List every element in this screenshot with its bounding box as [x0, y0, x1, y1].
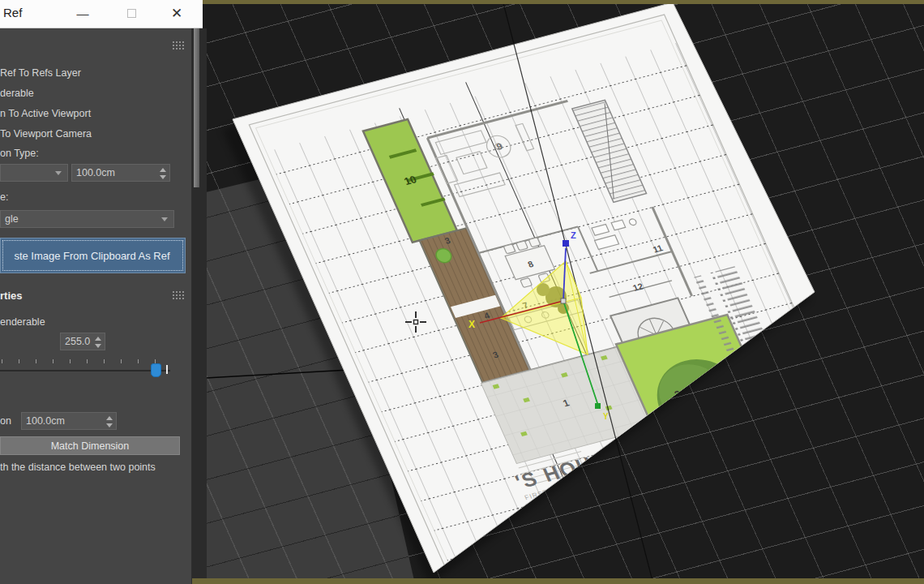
dialog-title: Ref — [3, 6, 22, 19]
viewport-active-border-top — [203, 0, 924, 4]
dimension-spinner[interactable]: 100.0cm — [21, 412, 117, 430]
gizmo-x-label: X — [468, 319, 475, 330]
shape-value: gle — [5, 213, 19, 225]
viewport-active-border-bottom — [162, 578, 924, 584]
shape-label: e: — [0, 191, 8, 203]
opacity-value: 255.0 — [65, 336, 90, 347]
shape-dropdown[interactable]: gle — [0, 210, 174, 228]
plan-garden-greens — [692, 485, 721, 503]
rollout-grip-icon[interactable] — [172, 41, 184, 51]
opacity-slider[interactable] — [0, 357, 173, 381]
dimension-label: on — [0, 415, 11, 427]
match-dimension-button[interactable]: Match Dimension — [0, 436, 180, 455]
spinner-arrows-icon[interactable] — [95, 336, 102, 349]
match-hint-text: th the distance between two points — [0, 462, 156, 473]
option-renderable[interactable]: derable — [0, 88, 34, 99]
slider-track[interactable] — [0, 370, 170, 371]
properties-header[interactable]: rties — [0, 290, 22, 302]
plan-garden-pad — [635, 442, 652, 455]
gizmo-center[interactable] — [561, 298, 566, 303]
grid-size-spinner[interactable]: 100.0cm — [71, 164, 170, 182]
gizmo-y-handle[interactable] — [595, 403, 601, 409]
rollout-grip-icon[interactable] — [172, 290, 184, 301]
chevron-down-icon — [55, 171, 62, 175]
option-align-to-viewport-camera[interactable]: To Viewport Camera — [0, 128, 92, 140]
north-arrow-circle — [698, 418, 755, 467]
paste-image-button[interactable]: ste Image From Clipboard As Ref — [0, 238, 186, 273]
dialog-titlebar[interactable]: Ref — ✕ — [0, 0, 203, 28]
minimize-button[interactable]: — — [66, 0, 99, 28]
spinner-arrows-icon[interactable] — [106, 415, 113, 428]
gizmo-z-handle[interactable] — [563, 240, 569, 247]
slider-ticks — [2, 359, 169, 363]
main-window-edge — [192, 28, 207, 584]
maximize-icon — [127, 9, 136, 18]
creation-type-label: on Type: — [0, 148, 39, 159]
maximize-button[interactable] — [115, 0, 148, 28]
gizmo-z-label: Z — [571, 230, 576, 240]
north-arrow-needle — [713, 430, 742, 456]
image-ref-panel: Ref To Refs Layer derable n To Active Vi… — [0, 28, 192, 584]
option-align-to-active-viewport[interactable]: n To Active Viewport — [0, 108, 91, 119]
main-window-edge-highlight — [194, 28, 199, 187]
creation-type-dropdown[interactable] — [0, 164, 68, 182]
dimension-value: 100.0cm — [26, 415, 65, 427]
close-button[interactable]: ✕ — [160, 0, 193, 28]
chevron-down-icon — [161, 217, 168, 221]
app-window: 10 3 4 3 — [0, 0, 924, 584]
spinner-arrows-icon[interactable] — [160, 167, 167, 180]
slider-end-tick — [166, 365, 168, 374]
grid-size-value: 100.0cm — [76, 167, 115, 178]
renderable-label[interactable]: enderable — [0, 316, 45, 328]
opacity-spinner[interactable]: 255.0 — [60, 333, 105, 350]
gizmo-y-label: Y — [603, 412, 609, 421]
slider-handle[interactable] — [151, 363, 161, 377]
option-add-ref-to-refs-layer[interactable]: Ref To Refs Layer — [0, 67, 81, 79]
